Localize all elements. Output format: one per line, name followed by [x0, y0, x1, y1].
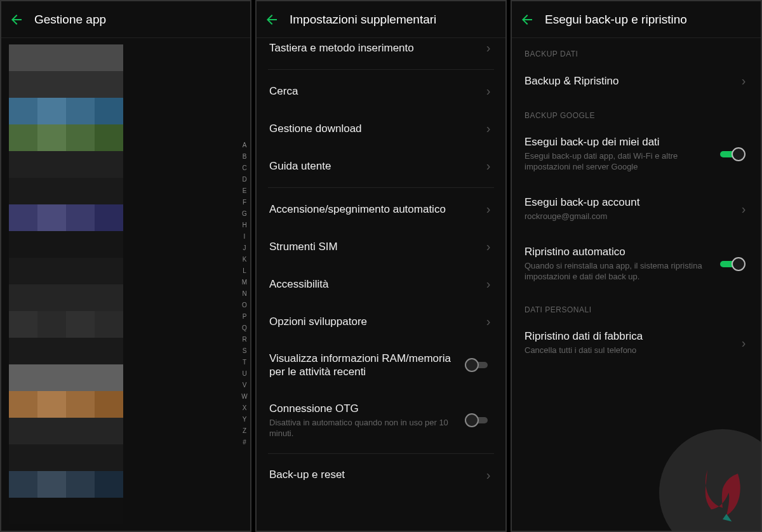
settings-item[interactable]: Esegui back-up accountrockrouge@gmail.co…	[512, 184, 761, 234]
alpha-letter[interactable]: T	[240, 357, 249, 368]
pixel-cell	[66, 151, 95, 178]
pixel-cell	[95, 98, 123, 124]
pixel-cell	[66, 418, 95, 444]
item-subtitle: Esegui back-up dati app, dati Wi-Fi e al…	[525, 151, 715, 173]
item-texts: Tastiera e metodo inserimento	[269, 41, 483, 55]
item-title: Guida utente	[269, 159, 478, 173]
alpha-letter[interactable]: S	[240, 345, 249, 356]
alpha-letter[interactable]: W	[240, 391, 249, 402]
alpha-letter[interactable]: Z	[240, 425, 249, 436]
screen-additional-settings: Impostazioni supplementari Tastiera e me…	[255, 0, 507, 532]
pixel-cell	[9, 471, 37, 498]
settings-item[interactable]: Backup & Ripristino›	[512, 62, 761, 100]
item-title: Back-up e reset	[269, 468, 478, 481]
back-button[interactable]	[263, 11, 281, 29]
arrow-left-icon	[264, 12, 279, 27]
alpha-letter[interactable]: B	[240, 151, 249, 162]
alpha-letter[interactable]: Q	[240, 323, 249, 333]
pixel-cell	[95, 444, 123, 471]
item-title: Gestione download	[269, 122, 478, 135]
pixel-cell	[66, 444, 95, 471]
alpha-letter[interactable]: M	[240, 277, 249, 288]
item-title: Opzioni sviluppatore	[269, 315, 478, 328]
item-texts: Accessibilità	[269, 277, 483, 291]
toggle-switch[interactable]	[720, 256, 749, 272]
toggle-knob	[465, 358, 479, 372]
alpha-index[interactable]: ABCDEFGHIJKLMNOPQRSTUVWXYZ#	[240, 140, 249, 448]
toggle-switch[interactable]	[465, 357, 494, 373]
alpha-letter[interactable]: A	[240, 140, 249, 150]
settings-item[interactable]: Strumenti SIM›	[257, 228, 505, 265]
pixel-cell	[95, 124, 123, 151]
settings-item[interactable]: Ripristino automaticoQuando si reinstall…	[512, 234, 761, 294]
alpha-letter[interactable]: I	[240, 231, 249, 242]
chevron-right-icon: ›	[483, 277, 494, 291]
settings-item[interactable]: Accensione/spegnimento automatico›	[257, 190, 505, 228]
settings-item[interactable]: Guida utente›	[257, 147, 505, 185]
alpha-letter[interactable]: Y	[240, 414, 249, 425]
pixel-row	[9, 444, 123, 471]
back-button[interactable]	[8, 11, 25, 29]
settings-item[interactable]: Accessibilità›	[257, 265, 505, 303]
alpha-letter[interactable]: H	[240, 220, 249, 230]
alpha-letter[interactable]: X	[240, 402, 249, 413]
divider	[268, 69, 494, 70]
settings-item[interactable]: Back-up e reset›	[257, 456, 505, 494]
pixel-cell	[37, 231, 66, 258]
alpha-letter[interactable]: P	[240, 311, 249, 322]
section-header: BACKUP GOOGLE	[512, 100, 761, 124]
settings-item[interactable]: Ripristino dati di fabbricaCancella tutt…	[512, 318, 761, 368]
chevron-right-icon: ›	[738, 336, 749, 350]
item-title: Accensione/spegnimento automatico	[269, 203, 478, 216]
pixel-cell	[66, 98, 95, 124]
settings-item[interactable]: Cerca›	[257, 72, 505, 110]
settings-item[interactable]: Opzioni sviluppatore›	[257, 303, 505, 340]
pixel-row	[9, 338, 123, 364]
alpha-letter[interactable]: C	[240, 163, 249, 173]
settings-item[interactable]: Visualizza informazioni RAM/memoria per …	[257, 340, 505, 390]
item-texts: Guida utente	[269, 159, 483, 173]
pixel-cell	[66, 231, 95, 258]
item-title: Strumenti SIM	[269, 240, 478, 253]
pixel-row	[9, 178, 123, 204]
pixel-cell	[9, 284, 37, 311]
pixel-cell	[9, 311, 37, 338]
toggle-switch[interactable]	[465, 412, 494, 429]
back-button[interactable]	[518, 11, 536, 29]
alpha-letter[interactable]: F	[240, 197, 249, 208]
alpha-letter[interactable]: O	[240, 300, 249, 310]
pixel-cell	[37, 498, 66, 524]
alpha-letter[interactable]: L	[240, 265, 249, 276]
settings-item[interactable]: Gestione download›	[257, 110, 505, 147]
divider	[268, 187, 494, 188]
alpha-letter[interactable]: N	[240, 288, 249, 299]
screen-app-management: Gestione app ABCDEFGHIJKLMNOPQRSTUVWXYZ#	[0, 0, 251, 532]
settings-item[interactable]: Esegui back-up dei miei datiEsegui back-…	[512, 124, 761, 184]
chevron-right-icon: ›	[738, 202, 749, 216]
alpha-letter[interactable]: U	[240, 368, 249, 379]
pixel-row	[9, 364, 123, 391]
pixel-row	[9, 418, 123, 444]
pixel-cell	[37, 338, 66, 364]
alpha-letter[interactable]: #	[240, 437, 249, 448]
settings-item[interactable]: Connessione OTGDisattiva in automatico q…	[257, 390, 505, 451]
item-title: Backup & Ripristino	[525, 74, 733, 88]
pixel-cell	[95, 231, 123, 258]
pixel-cell	[9, 98, 37, 124]
toggle-switch[interactable]	[720, 146, 749, 163]
header: Esegui back-up e ripristino	[512, 1, 761, 38]
settings-item[interactable]: Tastiera e metodo inserimento›	[257, 38, 505, 67]
pixel-cell	[95, 498, 123, 524]
pixel-cell	[66, 44, 95, 71]
alpha-letter[interactable]: G	[240, 208, 249, 219]
alpha-letter[interactable]: K	[240, 254, 249, 265]
alpha-letter[interactable]: E	[240, 185, 249, 196]
alpha-letter[interactable]: J	[240, 243, 249, 253]
pixel-cell	[9, 71, 37, 98]
item-title: Tastiera e metodo inserimento	[269, 41, 478, 55]
toggle-knob	[732, 147, 745, 161]
alpha-letter[interactable]: D	[240, 174, 249, 185]
alpha-letter[interactable]: V	[240, 380, 249, 390]
alpha-letter[interactable]: R	[240, 334, 249, 345]
pixel-cell	[95, 338, 123, 364]
